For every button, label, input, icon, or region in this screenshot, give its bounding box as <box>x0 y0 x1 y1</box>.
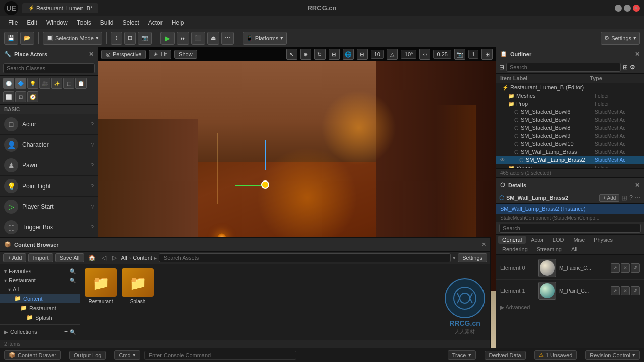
collections-search-icon[interactable]: 🔍 <box>70 329 76 335</box>
menu-tools[interactable]: Tools <box>73 18 95 27</box>
details-instance-bar[interactable]: SM_Wall_Lamp_Brass2 (Instance) <box>496 204 644 214</box>
place-actors-close[interactable]: ✕ <box>89 51 94 58</box>
tab-physics[interactable]: Physics <box>590 236 617 244</box>
cb-restaurant-item[interactable]: ▾ Restaurant 🔍 <box>0 276 80 285</box>
tree-item-scene[interactable]: 📁 Scene Folder <box>496 164 644 168</box>
tree-item-bowl9[interactable]: ⬡ SM_Stacked_Bowl9 StaticMeshAc <box>496 132 644 140</box>
more-button[interactable]: ⋯ <box>221 32 234 45</box>
menu-file[interactable]: File <box>4 18 22 27</box>
camera-button[interactable]: 📷 <box>138 32 152 45</box>
save-button[interactable]: 💾 <box>4 32 18 45</box>
cb-breadcrumb-content[interactable]: Content <box>133 255 152 261</box>
surface-icon[interactable]: ⊟ <box>357 49 368 60</box>
actor-item-character[interactable]: 👤 Character ? <box>0 135 98 155</box>
cb-breadcrumb-all[interactable]: All <box>121 255 127 261</box>
show-button[interactable]: Show <box>174 50 197 59</box>
cb-import-button[interactable]: Import <box>28 253 53 262</box>
maximize-button[interactable]: □ <box>624 5 631 12</box>
search-classes-input[interactable] <box>3 63 95 73</box>
shapes-btn[interactable]: 🔷 <box>15 78 26 89</box>
details-advanced-button[interactable]: ▶ Advanced <box>496 302 644 313</box>
fx-btn[interactable]: ✨ <box>51 78 62 89</box>
cinematics-btn[interactable]: 🎥 <box>39 78 50 89</box>
cb-restaurant-folder[interactable]: 📁 Restaurant <box>0 303 80 313</box>
cb-search-dropdown[interactable]: ▾ <box>453 255 456 261</box>
content-button[interactable]: 📂 <box>20 32 34 45</box>
tree-item-bowl6[interactable]: ⬡ SM_Stacked_Bowl6 StaticMeshAc <box>496 108 644 116</box>
actor-item-point-light[interactable]: 💡 Point Light ? <box>0 176 98 197</box>
menu-select[interactable]: Select <box>118 18 143 27</box>
lit-button[interactable]: ☀ Lit <box>149 50 171 59</box>
tab-misc[interactable]: Misc <box>569 236 589 244</box>
details-help-btn[interactable]: ? <box>629 194 633 201</box>
element-0-reset-btn[interactable]: ↺ <box>631 263 640 273</box>
cb-favorites-item[interactable]: ▾ Favorites 🔍 <box>0 266 80 276</box>
details-add-button[interactable]: + Add <box>599 194 619 202</box>
tree-item-bowl7[interactable]: ⬡ SM_Stacked_Bowl7 StaticMeshAc <box>496 116 644 124</box>
cb-content-item[interactable]: 📁 Content <box>0 294 80 303</box>
cb-all-item[interactable]: ▾ All <box>0 285 80 294</box>
trace-button[interactable]: Trace ▾ <box>448 350 476 360</box>
nav-btn[interactable]: 🧭 <box>27 91 38 102</box>
layout-icon[interactable]: ⊞ <box>481 49 493 60</box>
world-icon[interactable]: 🌐 <box>343 49 354 60</box>
element-0-clear-btn[interactable]: ✕ <box>621 263 630 273</box>
element-0-thumbnail[interactable] <box>538 259 556 277</box>
cb-back-btn[interactable]: ◁ <box>100 253 108 262</box>
camera-icon[interactable]: ⇔ <box>419 49 430 60</box>
collections-add-icon[interactable]: + <box>64 328 68 335</box>
cb-add-button[interactable]: + Add <box>3 253 26 262</box>
tree-item-bowl8[interactable]: ⬡ SM_Stacked_Bowl8 StaticMeshAc <box>496 124 644 132</box>
play-button[interactable]: ▶ <box>160 32 175 45</box>
tree-item-meshes[interactable]: 📁 Meshes Folder <box>496 92 644 100</box>
filter-icon[interactable]: ⊟ <box>499 64 504 71</box>
actor-help-1[interactable]: ? <box>91 142 94 148</box>
rotate-tool[interactable]: ↻ <box>314 49 326 60</box>
visibility-icon[interactable]: 👁 <box>500 157 505 163</box>
actor-item-trigger-box[interactable]: ⬚ Trigger Box ? <box>0 217 98 238</box>
derived-data-button[interactable]: Derived Data <box>485 351 526 360</box>
settings-button[interactable]: ⚙ Settings ▾ <box>601 32 640 45</box>
outliner-close[interactable]: ✕ <box>635 51 640 58</box>
cmd-button[interactable]: Cmd ▾ <box>114 350 140 360</box>
actor-item-actor[interactable]: □ Actor ? <box>0 114 98 135</box>
cb-forward-btn[interactable]: ▷ <box>110 253 119 262</box>
cb-collections-item[interactable]: ▶ Collections + 🔍 <box>0 327 80 337</box>
eject-button[interactable]: ⏏ <box>207 32 219 45</box>
outliner-add-btn[interactable]: + <box>637 64 641 71</box>
all-classes-btn[interactable]: 📋 <box>75 78 87 89</box>
outliner-search-input[interactable] <box>506 63 621 72</box>
actor-item-pawn[interactable]: ♟ Pawn ? <box>0 155 98 176</box>
scale-tool[interactable]: ⊞ <box>329 49 340 60</box>
tab-all[interactable]: All <box>567 245 581 253</box>
actor-help-0[interactable]: ? <box>91 121 94 127</box>
select-tool[interactable]: ↖ <box>286 49 297 60</box>
geometry-btn[interactable]: ⬜ <box>3 91 14 102</box>
element-0-browse-btn[interactable]: ↗ <box>611 263 620 273</box>
tree-item-prop[interactable]: 📁 Prop Folder <box>496 100 644 108</box>
cb-search-input[interactable] <box>159 253 451 262</box>
tree-item-root[interactable]: ⚡ Restaurant_Lumen_B (Editor) <box>496 83 644 92</box>
tab-actor[interactable]: Actor <box>527 236 548 244</box>
menu-window[interactable]: Window <box>42 18 72 27</box>
details-overflow-btn[interactable]: ⋯ <box>635 194 641 201</box>
cb-home-btn[interactable]: 🏠 <box>86 253 98 262</box>
actor-help-2[interactable]: ? <box>91 162 94 168</box>
perspective-button[interactable]: ◎ Perspective <box>101 50 146 59</box>
element-1-thumbnail[interactable] <box>538 282 556 300</box>
cb-save-all-button[interactable]: Save All <box>55 253 85 262</box>
asset-splash[interactable]: 📁 Splash <box>122 268 154 304</box>
menu-edit[interactable]: Edit <box>23 18 41 27</box>
cb-splash-folder[interactable]: 📁 Splash <box>0 313 80 322</box>
content-drawer-button[interactable]: 📦 Content Drawer <box>4 350 61 360</box>
tree-item-lamp-brass2[interactable]: 👁 ⬡ SM_Wall_Lamp_Brass2 StaticMeshAc <box>496 156 644 164</box>
unsaved-button[interactable]: ⚠ 1 Unsaved <box>534 350 577 360</box>
menu-build[interactable]: Build <box>96 18 118 27</box>
cb-close-btn[interactable]: ✕ <box>481 241 486 248</box>
details-search-input[interactable] <box>499 224 641 233</box>
asset-restaurant[interactable]: 📁 Restaurant <box>85 268 117 304</box>
close-button[interactable]: ✕ <box>633 5 640 12</box>
move-tool[interactable]: ⊕ <box>300 49 311 60</box>
menu-help[interactable]: Help <box>168 18 188 27</box>
actor-item-player-start[interactable]: ▷ Player Start ? <box>0 197 98 217</box>
